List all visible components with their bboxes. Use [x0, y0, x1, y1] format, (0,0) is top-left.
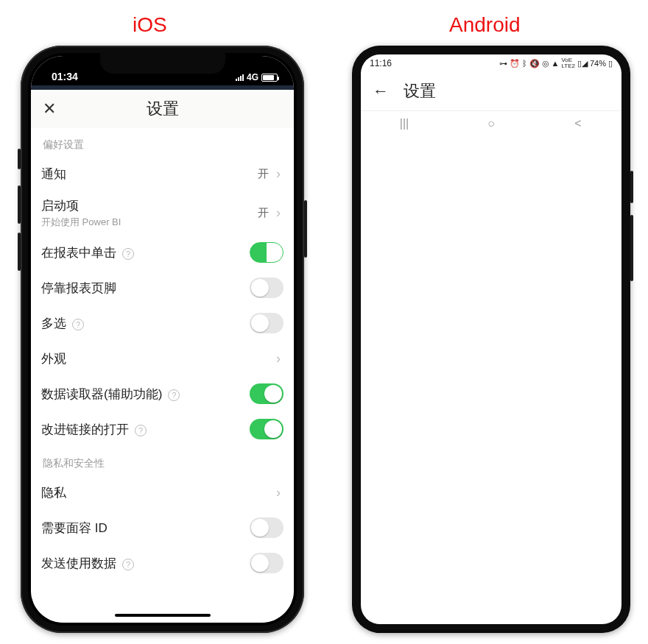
toggle[interactable] [250, 553, 284, 573]
mute-icon: 🔇 [529, 59, 540, 68]
battery-icon: ▯ [608, 59, 613, 68]
ios-status-net: 4G [247, 72, 258, 82]
row-faceid[interactable]: 需要面容 ID [31, 510, 294, 545]
signal-icon [236, 74, 244, 81]
android-battery-pct: 74% [590, 59, 606, 68]
android-caption: Android [449, 13, 521, 37]
android-volume-rocker [630, 215, 633, 281]
row-value: 开 [258, 206, 269, 220]
nav-back[interactable]: < [556, 117, 600, 130]
chevron-right-icon: › [273, 351, 284, 367]
ios-status-time: 01:34 [52, 71, 78, 82]
iphone-frame: 01:34 4G ✕ 设置 偏好设置通知开›启动项开始使用 Power BI开›… [21, 46, 304, 633]
help-icon[interactable]: ? [122, 248, 134, 260]
android-power-button [630, 171, 633, 203]
toggle[interactable] [250, 383, 284, 404]
toggle[interactable] [250, 242, 284, 263]
row-footer[interactable]: 停靠报表页脚 [31, 270, 294, 305]
row-label: 发送使用数据? [41, 555, 250, 572]
iphone-volume-up [18, 185, 21, 224]
row-usage[interactable]: 发送使用数据? [31, 545, 294, 581]
battery-icon [261, 74, 278, 82]
bluetooth-icon: ᛒ [522, 59, 527, 68]
row-subtitle: 开始使用 Power BI [41, 216, 258, 229]
android-app-header: ← 设置 [361, 72, 621, 110]
nav-recents[interactable]: ||| [382, 117, 426, 130]
android-frame: 11:16 ⊶ ⏰ ᛒ 🔇 ◎ ▲ VoELTE2 ▯◢ 74% ▯ ← 设置 … [352, 46, 630, 633]
chevron-right-icon: › [273, 485, 284, 500]
page-title: 设置 [63, 98, 261, 120]
row-label: 停靠报表页脚 [41, 280, 250, 297]
iphone-mute-switch [18, 149, 21, 169]
android-status-time: 11:16 [370, 58, 392, 68]
nav-home[interactable]: ○ [469, 117, 513, 130]
chevron-right-icon: › [273, 205, 284, 221]
wifi-icon: ▲ [552, 59, 560, 68]
row-label: 多选? [41, 315, 250, 332]
android-status-bar: 11:16 ⊶ ⏰ ᛒ 🔇 ◎ ▲ VoELTE2 ▯◢ 74% ▯ [361, 54, 621, 72]
nfc-icon: ◎ [542, 59, 549, 68]
row-tap[interactable]: 在报表中单击? [31, 235, 294, 270]
row-multi[interactable]: 多选? [31, 305, 294, 341]
row-label: 隐私 [41, 484, 273, 501]
row-value: 开 [258, 167, 269, 181]
help-icon[interactable]: ? [135, 425, 147, 436]
toggle[interactable] [250, 419, 284, 439]
help-icon[interactable]: ? [122, 559, 134, 570]
row-label: 外观 [41, 350, 273, 367]
iphone-power-button [304, 200, 307, 258]
row-label: 启动项 [41, 197, 258, 214]
close-button[interactable]: ✕ [43, 99, 63, 118]
section-header: 偏好设置 [31, 128, 294, 156]
row-links[interactable]: 改进链接的打开? [31, 411, 294, 447]
row-label: 需要面容 ID [41, 520, 250, 537]
row-reader[interactable]: 数据读取器(辅助功能)? [31, 376, 294, 411]
row-label: 在报表中单击? [41, 244, 250, 261]
iphone-volume-down [18, 233, 21, 271]
ios-settings-list[interactable]: 偏好设置通知开›启动项开始使用 Power BI开›在报表中单击?停靠报表页脚多… [31, 128, 294, 623]
ios-app-header: ✕ 设置 [31, 90, 294, 128]
chevron-right-icon: › [273, 166, 284, 182]
back-button[interactable]: ← [373, 82, 393, 101]
alarm-icon: ⏰ [510, 59, 520, 68]
row-label: 改进链接的打开? [41, 421, 250, 438]
android-nav-bar: ||| ○ < [361, 110, 621, 135]
row-startup[interactable]: 启动项开始使用 Power BI开› [31, 191, 294, 235]
volte-icon: VoELTE2 [561, 57, 575, 69]
ios-caption: iOS [133, 13, 167, 37]
row-privacy[interactable]: 隐私› [31, 475, 294, 510]
toggle[interactable] [250, 313, 284, 333]
row-notif[interactable]: 通知开› [31, 156, 294, 191]
toggle[interactable] [250, 517, 284, 538]
help-icon[interactable]: ? [168, 389, 180, 401]
row-label: 数据读取器(辅助功能)? [41, 386, 250, 403]
home-indicator[interactable] [115, 614, 211, 617]
signal-icon: ▯◢ [577, 59, 588, 68]
toggle[interactable] [250, 277, 284, 298]
iphone-notch [100, 52, 225, 74]
vpn-icon: ⊶ [499, 59, 507, 68]
help-icon[interactable]: ? [72, 319, 84, 330]
row-appear[interactable]: 外观› [31, 341, 294, 376]
section-header: 隐私和安全性 [31, 447, 294, 475]
page-title: 设置 [393, 80, 610, 102]
row-label: 通知 [41, 166, 258, 183]
